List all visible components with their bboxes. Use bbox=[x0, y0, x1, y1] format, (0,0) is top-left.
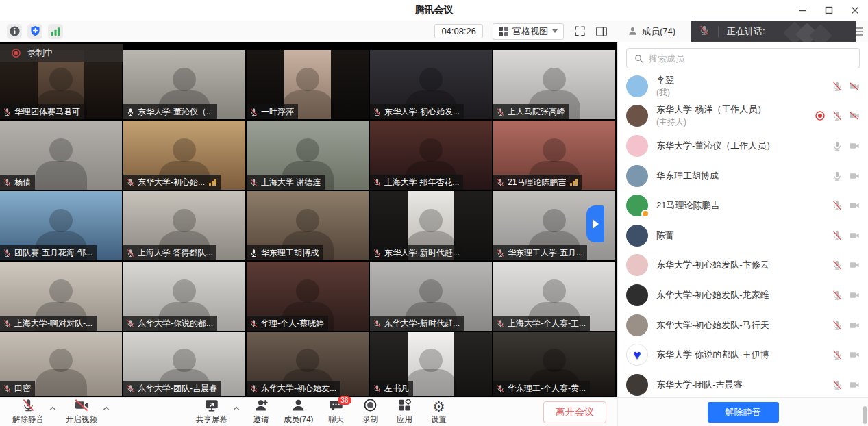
member-name: 华东理工胡博成 bbox=[656, 170, 826, 182]
mic-muted-icon bbox=[126, 384, 135, 393]
member-row[interactable]: 东华大学-杨洋（工作人员）(主持人) bbox=[618, 101, 868, 131]
participant-name: 上大马院张高峰 bbox=[508, 106, 565, 118]
video-tile[interactable]: 华东理工胡博成 bbox=[247, 191, 369, 260]
video-tile[interactable]: 东华大学-初心始发... bbox=[247, 332, 369, 396]
meeting-security-button[interactable] bbox=[27, 24, 42, 39]
video-tiles: 华理团体赛马君可 东华大学-董沁仪（... 一叶浮萍 东华大学-初心始发... bbox=[0, 42, 617, 396]
member-row[interactable]: 李翌(我) bbox=[618, 71, 868, 101]
member-panel-footer: 解除静音 bbox=[617, 398, 868, 426]
member-name: 东华大学-杨洋（工作人员） bbox=[656, 103, 809, 116]
meeting-info-button[interactable] bbox=[7, 24, 22, 39]
member-row[interactable]: ♥ 东华大学-你说的都队-王伊博 bbox=[618, 340, 868, 370]
start-video-button[interactable]: 开启视频 bbox=[66, 400, 97, 425]
member-count-label: 成员(74) bbox=[642, 25, 675, 38]
video-tile[interactable]: 上海大学-个人赛-王... bbox=[493, 262, 615, 331]
apps-button[interactable]: 应用 bbox=[393, 400, 416, 425]
member-row[interactable]: 东华大学-董沁仪（工作人员） bbox=[618, 131, 868, 161]
participant-name-bar: 华理-个人-蔡晓婷 bbox=[247, 316, 328, 331]
video-tile[interactable]: 东华大学-初心始... bbox=[123, 121, 245, 190]
video-grid: 录制中 华理团体赛马君可 东华大学-董沁仪（... 一叶浮萍 bbox=[0, 42, 617, 397]
search-box[interactable] bbox=[626, 48, 860, 68]
members-label: 成员(74) bbox=[284, 414, 313, 425]
video-tile[interactable]: 东华大学-团队-吉晨睿 bbox=[123, 332, 245, 396]
member-row[interactable]: 东华大学-初心始发队-龙家维 bbox=[618, 280, 868, 310]
member-row[interactable]: 陈蕾 bbox=[618, 221, 868, 251]
mic-muted-icon bbox=[832, 260, 843, 271]
video-tile[interactable]: 21马理论陈鹏吉 bbox=[493, 121, 615, 190]
bottom-toolbar-controls: 解除静音 开启视频 共享屏幕 邀请 成员(74) 36 聊天 bbox=[0, 398, 617, 426]
minimize-button[interactable] bbox=[797, 4, 809, 16]
video-tile[interactable]: 上海大学 答得都队... bbox=[123, 191, 245, 260]
video-tile[interactable]: 团队赛-五月花海-邹... bbox=[0, 191, 122, 260]
member-status-icons bbox=[832, 260, 860, 271]
participant-name-bar: 东华大学-你说的都... bbox=[123, 316, 217, 331]
video-tile[interactable]: 华理-个人-蔡晓婷 bbox=[247, 262, 369, 331]
mic-muted-icon bbox=[496, 108, 505, 116]
member-row[interactable]: 华东理工胡博成 bbox=[618, 161, 868, 191]
window-controls bbox=[797, 0, 861, 21]
unmute-button[interactable]: 解除静音 bbox=[12, 400, 44, 425]
close-button[interactable] bbox=[849, 4, 861, 16]
participant-name-bar: 东华大学-新时代赶... bbox=[370, 245, 464, 260]
participant-name-bar: 一叶浮萍 bbox=[247, 104, 298, 119]
camera-off-icon bbox=[74, 397, 90, 416]
video-tile[interactable]: 上大马院张高峰 bbox=[493, 50, 615, 119]
leave-meeting-button[interactable]: 离开会议 bbox=[543, 401, 606, 423]
video-tile[interactable]: 一叶浮萍 bbox=[247, 50, 369, 119]
video-tile[interactable]: 东华大学-新时代赶... bbox=[370, 262, 492, 331]
mic-muted-icon bbox=[832, 320, 843, 331]
mic-live-icon bbox=[249, 249, 258, 258]
share-screen-options-chevron[interactable] bbox=[233, 401, 240, 414]
chevron-up-icon bbox=[49, 406, 56, 411]
member-row[interactable]: 东华大学-初心始发队-马行天 bbox=[618, 310, 868, 340]
member-row[interactable]: 东华大学-团队-吉晨睿 bbox=[618, 370, 868, 396]
video-tile[interactable]: 东华大学-初心始发... bbox=[370, 50, 492, 119]
video-tile[interactable]: 上海大学 谢德连 bbox=[247, 121, 369, 190]
recording-label: 录制中 bbox=[27, 47, 53, 59]
share-screen-icon bbox=[204, 398, 219, 416]
unmute-options-chevron[interactable] bbox=[49, 401, 56, 414]
mic-muted-icon bbox=[126, 249, 135, 258]
start-video-options-chevron[interactable] bbox=[103, 401, 110, 414]
video-tile[interactable]: 上海大学-啊对对队-... bbox=[0, 262, 122, 331]
avatar bbox=[626, 254, 648, 276]
member-row[interactable]: 21马理论陈鹏吉 bbox=[618, 190, 868, 221]
scrollbar-thumb[interactable] bbox=[863, 406, 867, 424]
next-page-button[interactable] bbox=[586, 205, 604, 242]
toolbar-right: 04:08:26 宫格视图 bbox=[434, 23, 617, 40]
members-button[interactable]: 成员(74) bbox=[284, 400, 313, 425]
video-tile[interactable]: 华东理工-个人赛-黄... bbox=[493, 332, 615, 396]
network-status-button[interactable] bbox=[48, 24, 63, 39]
maximize-button[interactable] bbox=[823, 4, 835, 16]
mic-muted-icon bbox=[832, 230, 843, 241]
chat-button[interactable]: 36 聊天 bbox=[324, 400, 347, 425]
mic-muted-icon bbox=[21, 398, 36, 415]
member-info: 陈蕾 bbox=[656, 229, 826, 242]
video-tile[interactable]: 东华大学-你说的都... bbox=[123, 262, 245, 331]
invite-label: 邀请 bbox=[253, 414, 269, 425]
member-list: 李翌(我) 东华大学-杨洋（工作人员）(主持人) bbox=[618, 71, 868, 396]
invite-icon bbox=[254, 398, 269, 415]
layout-switcher[interactable]: 宫格视图 bbox=[493, 23, 564, 40]
muted-mic-icon bbox=[699, 25, 710, 38]
video-tile[interactable]: 左书凡 bbox=[370, 332, 492, 396]
search-input[interactable] bbox=[649, 53, 852, 64]
invite-button[interactable]: 邀请 bbox=[249, 400, 273, 425]
share-screen-button[interactable]: 共享屏幕 bbox=[196, 400, 227, 425]
record-button[interactable]: 录制 bbox=[358, 400, 382, 425]
side-panel-toggle-button[interactable] bbox=[595, 25, 608, 38]
video-tile[interactable]: 东华大学-董沁仪（... bbox=[123, 50, 245, 119]
participant-name: 21马理论陈鹏吉 bbox=[508, 177, 566, 188]
video-tile[interactable]: 上海大学 那年杏花... bbox=[370, 121, 492, 190]
video-tile[interactable]: 东华大学-新时代赶... bbox=[370, 191, 492, 260]
unmute-button-sidebar[interactable]: 解除静音 bbox=[708, 402, 779, 423]
video-tile[interactable]: 田密 bbox=[0, 332, 122, 396]
member-row[interactable]: 东华大学-初心始发队-卞修云 bbox=[618, 251, 868, 281]
video-tile[interactable]: 杨倩 bbox=[0, 121, 122, 190]
participant-name: 东华大学-新时代赶... bbox=[384, 247, 460, 259]
settings-button[interactable]: ⚙ 设置 bbox=[427, 400, 450, 425]
member-search bbox=[626, 48, 860, 68]
fullscreen-button[interactable] bbox=[573, 25, 586, 38]
camera-icon bbox=[849, 349, 860, 360]
mic-muted-icon bbox=[373, 178, 382, 187]
